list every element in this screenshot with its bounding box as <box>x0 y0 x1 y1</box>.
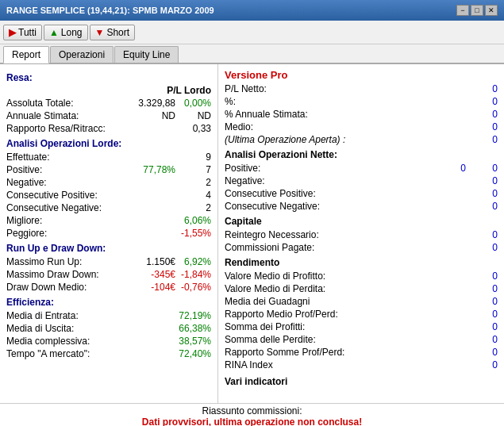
minimize-button[interactable]: − <box>456 5 469 16</box>
col-headers: P/L Lordo <box>6 85 211 97</box>
rapporto-sp-v: 0 <box>482 347 498 358</box>
peggiore-row: Peggiore: -1,55% <box>6 227 211 240</box>
tutti-label: Tutti <box>18 27 37 38</box>
commissioni-v: 0 <box>482 242 498 253</box>
tab-report[interactable]: Report <box>3 46 49 63</box>
val-medio-prof-label: Valore Medio di Profitto: <box>225 271 325 282</box>
resa-section-title: Resa: <box>6 72 211 83</box>
tab-operazioni[interactable]: Operazioni <box>50 46 113 63</box>
ultima-op-label: (Ultima Operazione Aperta) : <box>225 134 345 145</box>
somma-profitti-v: 0 <box>482 321 498 332</box>
media-entrata-row: Media di Entrata: 72,19% <box>6 309 211 322</box>
positive-n-v2: 0 <box>482 163 498 174</box>
rapporto-mp-v: 0 <box>482 309 498 320</box>
negative-n-row: Negative: 0 <box>225 175 498 187</box>
consec-neg-n-v: 0 <box>482 201 498 212</box>
somma-perdite-label: Somma delle Perdite: <box>225 334 316 345</box>
media-uscita-row: Media di Uscita: 66,38% <box>6 322 211 335</box>
consec-pos-label: Consecutive Positive: <box>6 190 175 201</box>
tutti-button[interactable]: ▶ Tutti <box>3 25 42 40</box>
efficienza-section-title: Efficienza: <box>6 297 211 308</box>
negative-v: 2 <box>175 177 211 188</box>
maximize-button[interactable]: □ <box>471 5 483 16</box>
consec-neg-row: Consecutive Negative: 2 <box>6 201 211 214</box>
positive-n-row: Positive: 0 0 <box>225 162 498 175</box>
assoluta-value: 3.329,88 <box>132 98 175 109</box>
annuale-v2: ND <box>175 110 211 121</box>
effettuate-label: Effettuate: <box>6 152 175 163</box>
dd-medio-v2: -0,76% <box>175 282 211 293</box>
migliore-row: Migliore: 6,06% <box>6 214 211 227</box>
massimo-dd-row: Massimo Draw Down: -345€ -1,84% <box>6 268 211 281</box>
rapporto-label: Rapporto Resa/Ritracc: <box>6 123 167 134</box>
val-medio-prof-v: 0 <box>482 271 498 282</box>
migliore-v: 6,06% <box>175 215 211 226</box>
positive-v: 7 <box>175 164 211 175</box>
reintegro-row: Reintegro Necessario: 0 <box>225 228 498 241</box>
annuale-label: Annuale Stimata: <box>6 110 132 121</box>
dd-medio-row: Draw Down Medio: -104€ -0,76% <box>6 281 211 294</box>
massimo-runup-label: Massimo Run Up: <box>6 256 132 267</box>
rapporto-mp-row: Rapporto Medio Prof/Perd: 0 <box>225 308 498 320</box>
positive-n-v1: 0 <box>450 163 466 174</box>
massimo-runup-row: Massimo Run Up: 1.150€ 6,92% <box>6 255 211 268</box>
reintegro-label: Reintegro Necessario: <box>225 229 319 240</box>
rapporto-v1: 0,33 <box>167 123 211 134</box>
consec-pos-row: Consecutive Positive: 4 <box>6 189 211 201</box>
short-label: Short <box>106 27 129 38</box>
annuale-stimata-v: 0 <box>482 109 498 120</box>
media-guadagni-label: Media dei Guadagni <box>225 296 310 307</box>
effettuate-row: Effettuate: 9 <box>6 151 211 163</box>
media-uscita-label: Media di Uscita: <box>6 323 175 334</box>
long-label: Long <box>61 27 83 38</box>
tab-equity-line[interactable]: Equity Line <box>114 46 179 63</box>
left-panel: Resa: P/L Lordo Assoluta Totale: 3.329,8… <box>0 64 218 403</box>
vari-section-title: Vari indicatori <box>225 376 498 387</box>
rina-row: RINA Index 0 <box>225 359 498 371</box>
tempo-label: Tempo "A mercato": <box>6 348 175 359</box>
analisi-lorde-title: Analisi Operazioni Lorde: <box>6 138 211 149</box>
reintegro-v: 0 <box>482 229 498 240</box>
warning-text: Dati provvisori, ultima operazione non c… <box>3 416 501 426</box>
rapporto-sp-row: Rapporto Somme Prof/Perd: 0 <box>225 346 498 359</box>
assoluta-pct: 0,00% <box>175 98 211 109</box>
somma-profitti-label: Somma dei Profitti: <box>225 321 305 332</box>
annuale-row: Annuale Stimata: ND ND <box>6 109 211 122</box>
media-complessiva-row: Media complessiva: 38,57% <box>6 335 211 347</box>
ultima-op-v: 0 <box>482 134 498 145</box>
annuale-stimata-row: % Annuale Stimata: 0 <box>225 108 498 121</box>
somma-profitti-row: Somma dei Profitti: 0 <box>225 320 498 333</box>
rina-label: RINA Index <box>225 359 273 370</box>
consec-pos-n-label: Consecutive Positive: <box>225 188 316 199</box>
positive-label: Positive: <box>6 164 132 175</box>
short-button[interactable]: ▼ Short <box>90 25 136 40</box>
massimo-dd-label: Massimo Draw Down: <box>6 269 132 280</box>
medio-label: Medio: <box>225 121 253 132</box>
right-panel: Versione Pro P/L Netto: 0 %: 0 % Annuale… <box>218 64 504 403</box>
media-guadagni-v: 0 <box>482 296 498 307</box>
negative-label: Negative: <box>6 177 175 188</box>
negative-row: Negative: 2 <box>6 176 211 189</box>
long-button[interactable]: ▲ Long <box>44 25 88 40</box>
medio-v: 0 <box>482 121 498 132</box>
massimo-runup-v2: 6,92% <box>175 256 211 267</box>
pct-row: %: 0 <box>225 95 498 108</box>
assoluta-row: Assoluta Totale: 3.329,88 0,00% <box>6 97 211 109</box>
analisi-nette-title: Analisi Operazioni Nette: <box>225 149 498 160</box>
somma-perdite-v: 0 <box>482 334 498 345</box>
media-complessiva-v: 38,57% <box>175 336 211 347</box>
pct-v: 0 <box>482 96 498 107</box>
riassunto-text: Riassunto commissioni: <box>3 405 501 416</box>
pl-netto-row: P/L Netto: 0 <box>225 83 498 95</box>
close-button[interactable]: ✕ <box>485 5 498 16</box>
main-content: Resa: P/L Lordo Assoluta Totale: 3.329,8… <box>0 64 504 403</box>
long-icon: ▲ <box>49 27 59 38</box>
peggiore-label: Peggiore: <box>6 228 175 239</box>
pl-netto-label: P/L Netto: <box>225 83 267 94</box>
consec-neg-n-label: Consecutive Negative: <box>225 201 320 212</box>
dd-medio-v1: -104€ <box>132 282 175 293</box>
negative-n-v: 0 <box>482 175 498 186</box>
peggiore-v: -1,55% <box>175 228 211 239</box>
tempo-v: 72,40% <box>175 348 211 359</box>
media-uscita-v: 66,38% <box>175 323 211 334</box>
